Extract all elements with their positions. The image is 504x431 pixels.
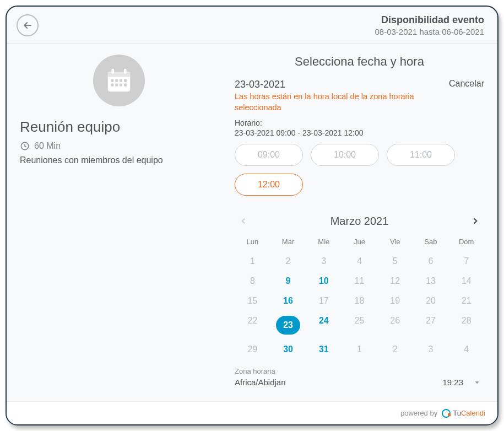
prev-month-button[interactable] xyxy=(236,213,251,229)
brand-cal: Calendi xyxy=(461,409,485,417)
calendar-day: 18 xyxy=(342,291,377,311)
svg-rect-12 xyxy=(124,84,127,87)
calendar-day: 27 xyxy=(413,311,449,340)
svg-rect-9 xyxy=(111,84,113,87)
calendar-day[interactable]: 10 xyxy=(306,271,342,291)
calendar-day: 3 xyxy=(306,251,342,271)
cancel-button[interactable]: Cancelar xyxy=(449,79,484,89)
svg-rect-7 xyxy=(120,79,122,82)
time-slot: 10:00 xyxy=(311,144,379,166)
weekday-label: Vie xyxy=(377,234,413,251)
caret-down-icon xyxy=(473,379,481,386)
chevron-right-icon xyxy=(470,216,480,226)
calendar-day: 7 xyxy=(448,251,484,271)
calendar-day: 15 xyxy=(235,291,270,311)
event-duration: 60 Min xyxy=(34,141,61,151)
calendar-day: 3 xyxy=(413,340,449,359)
scheduler-title: Selecciona fecha y hora xyxy=(235,55,484,69)
next-month-button[interactable] xyxy=(468,213,483,229)
calendar-day: 2 xyxy=(377,340,413,359)
calendar-day: 8 xyxy=(235,271,270,291)
chevron-left-icon xyxy=(239,216,248,226)
svg-rect-2 xyxy=(108,72,131,77)
time-slots: 09:0010:0011:0012:00 xyxy=(235,144,484,196)
calendar-day: 28 xyxy=(448,311,484,340)
calendar-day[interactable]: 31 xyxy=(306,340,342,359)
schedule-label: Horario: xyxy=(235,118,484,127)
calendar-day[interactable]: 24 xyxy=(306,311,342,340)
calendar-day: 2 xyxy=(270,251,306,271)
timezone-time: 19:23 xyxy=(442,378,463,387)
calendar-day: 11 xyxy=(342,271,377,291)
clock-icon xyxy=(20,141,30,151)
header: Disponibilidad evento 08-03-2021 hasta 0… xyxy=(7,7,497,44)
weekday-label: Jue xyxy=(342,234,377,251)
svg-rect-3 xyxy=(112,69,115,74)
brand-icon xyxy=(442,409,451,418)
event-info-panel: Reunión equipo 60 Min Reuniones con miem… xyxy=(20,55,218,395)
calendar-day[interactable]: 9 xyxy=(270,271,306,291)
calendar-day: 20 xyxy=(413,291,449,311)
calendar: LunMarMieJueVieSabDom 123456789101112131… xyxy=(235,234,484,359)
time-slot: 09:00 xyxy=(235,144,303,166)
calendar-day: 6 xyxy=(413,251,449,271)
svg-rect-11 xyxy=(120,84,122,87)
weekday-label: Lun xyxy=(235,234,270,251)
calendar-day: 1 xyxy=(235,251,270,271)
weekday-label: Dom xyxy=(448,234,484,251)
scheduler-panel: Selecciona fecha y hora 23-03-2021 Las h… xyxy=(235,55,484,395)
weekday-label: Mie xyxy=(306,234,342,251)
timezone-note: Las horas están en la hora local de la z… xyxy=(235,91,449,113)
calendar-day: 4 xyxy=(342,251,377,271)
back-button[interactable] xyxy=(17,14,39,36)
calendar-day[interactable]: 16 xyxy=(270,291,306,311)
weekday-label: Sab xyxy=(413,234,449,251)
svg-marker-14 xyxy=(475,381,479,384)
header-title: Disponibilidad evento xyxy=(375,14,485,26)
event-avatar xyxy=(93,55,145,106)
booking-widget: Disponibilidad evento 08-03-2021 hasta 0… xyxy=(6,6,498,425)
arrow-left-icon xyxy=(22,20,33,31)
brand-link[interactable]: TuCalendi xyxy=(442,409,485,418)
svg-rect-8 xyxy=(124,79,127,82)
calendar-row: 22232425262728 xyxy=(235,311,484,340)
calendar-row: 15161718192021 xyxy=(235,291,484,311)
header-date-range: 08-03-2021 hasta 06-06-2021 xyxy=(375,27,485,36)
svg-rect-6 xyxy=(115,79,118,82)
calendar-day: 1 xyxy=(342,340,377,359)
svg-rect-10 xyxy=(115,84,118,87)
calendar-day: 22 xyxy=(235,311,270,340)
calendar-weekday-row: LunMarMieJueVieSabDom xyxy=(235,234,484,251)
svg-rect-5 xyxy=(111,79,113,82)
calendar-day[interactable]: 23 xyxy=(270,311,306,340)
month-label: Marzo 2021 xyxy=(330,215,389,228)
event-description: Reuniones con miembros del equipo xyxy=(20,155,163,165)
footer: powered by TuCalendi xyxy=(7,401,497,424)
timezone-selector[interactable]: Africa/Abidjan 19:23 xyxy=(235,378,484,387)
event-name: Reunión equipo xyxy=(20,118,120,136)
timezone-value: Africa/Abidjan xyxy=(235,378,286,387)
schedule-range: 23-03-2021 09:00 - 23-03-2021 12:00 xyxy=(235,128,484,137)
selected-date: 23-03-2021 xyxy=(235,79,449,90)
timezone-label: Zona horaria xyxy=(235,367,484,375)
calendar-row: 891011121314 xyxy=(235,271,484,291)
calendar-day: 29 xyxy=(235,340,270,359)
calendar-day: 21 xyxy=(448,291,484,311)
calendar-day: 12 xyxy=(377,271,413,291)
calendar-day: 25 xyxy=(342,311,377,340)
calendar-day: 19 xyxy=(377,291,413,311)
time-slot: 11:00 xyxy=(387,144,455,166)
brand-tu: Tu xyxy=(453,409,461,417)
calendar-row: 2930311234 xyxy=(235,340,484,359)
calendar-day: 17 xyxy=(306,291,342,311)
calendar-row: 1234567 xyxy=(235,251,484,271)
calendar-day: 4 xyxy=(448,340,484,359)
calendar-day[interactable]: 30 xyxy=(270,340,306,359)
powered-by-label: powered by xyxy=(400,409,437,417)
calendar-day: 13 xyxy=(413,271,449,291)
calendar-day: 26 xyxy=(377,311,413,340)
svg-rect-4 xyxy=(124,69,127,74)
calendar-icon xyxy=(104,66,134,95)
calendar-day: 14 xyxy=(448,271,484,291)
time-slot[interactable]: 12:00 xyxy=(235,174,303,196)
